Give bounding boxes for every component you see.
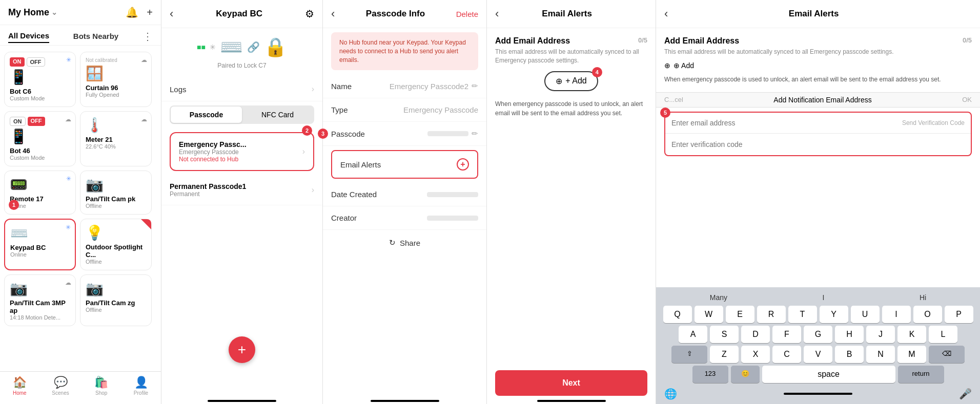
passcode-edit-icon[interactable]: ✏ (472, 129, 478, 138)
key-q[interactable]: Q (663, 306, 692, 323)
tab-menu-icon[interactable]: ⋮ (142, 30, 153, 42)
key-t[interactable]: T (788, 306, 817, 323)
emoji-key[interactable]: 😊 (731, 366, 760, 383)
key-o[interactable]: O (913, 306, 942, 323)
nav-shop[interactable]: 🛍️ Shop (94, 376, 108, 396)
toggle-on-46[interactable]: ON (10, 117, 26, 126)
key-b[interactable]: B (835, 346, 864, 363)
email-alerts2-header: ‹ Email Alerts (656, 0, 980, 28)
device-card-remote-17[interactable]: ✳ 📟 Remote 17 Online 1 (4, 171, 76, 215)
toggle-off[interactable]: OFF (27, 57, 45, 67)
key-e[interactable]: E (726, 306, 754, 323)
gear-icon[interactable]: ⚙ (305, 8, 314, 20)
key-y[interactable]: Y (820, 306, 848, 323)
key-m[interactable]: M (897, 346, 926, 363)
tab-passcode-button[interactable]: Passcode (171, 107, 242, 123)
key-u[interactable]: U (851, 306, 880, 323)
key-d[interactable]: D (741, 326, 770, 343)
tab-all-devices[interactable]: All Devices (8, 29, 49, 43)
verify-code-row[interactable] (665, 134, 971, 155)
wifi-icon-cam3mp: ☁ (65, 279, 71, 286)
logs-menu-item[interactable]: Logs › (161, 77, 322, 101)
suggestion-hi[interactable]: Hi (920, 293, 926, 302)
add-passcode-fab[interactable]: + (229, 336, 255, 363)
key-j[interactable]: J (866, 326, 895, 343)
key-p[interactable]: P (945, 306, 973, 323)
nav-scenes[interactable]: 💬 Scenes (52, 376, 69, 396)
key-c[interactable]: C (772, 346, 801, 363)
bell-button[interactable]: 🔔 (126, 6, 138, 18)
share-row[interactable]: ↻ Share (323, 230, 486, 256)
suggestion-many[interactable]: Many (710, 293, 727, 302)
email-alerts2-back-button[interactable]: ‹ (664, 7, 668, 20)
globe-key[interactable]: 🌐 (664, 388, 677, 400)
nav-home[interactable]: 🏠 Home (13, 376, 27, 396)
key-n[interactable]: N (866, 346, 895, 363)
device-card-cam-pk[interactable]: 📷 Pan/Tilt Cam pk Offline (80, 171, 152, 215)
device-card-cam-zg[interactable]: 📷 Pan/Tilt Cam zg Offline (80, 274, 152, 326)
nav-profile[interactable]: 👤 Profile (134, 376, 148, 396)
email-alerts-label: Email Alerts (340, 160, 381, 169)
key-s[interactable]: S (710, 326, 739, 343)
nav-profile-label: Profile (134, 390, 148, 396)
key-r[interactable]: R (757, 306, 786, 323)
edit-icon[interactable]: ✏ (472, 81, 478, 91)
key-w[interactable]: W (695, 306, 723, 323)
key-g[interactable]: G (804, 326, 832, 343)
cam-3mp-name: Pan/Tilt Cam 3MP ap (10, 299, 70, 314)
email-alerts-back-button[interactable]: ‹ (495, 7, 499, 20)
key-i[interactable]: I (882, 306, 911, 323)
device-list: ON OFF ✳ 📱 Bot C6 Custom Mode ☁ Not cali… (0, 46, 161, 371)
send-verify-button[interactable]: Send Verification Code (902, 119, 965, 126)
permanent-passcode-info: Permanent Passcode1 Permanent (170, 182, 246, 198)
add-button[interactable]: + (147, 7, 153, 18)
device-card-spotlight[interactable]: 💡 Outdoor Spotlight C... Offline (80, 219, 152, 270)
toggle-off-46[interactable]: OFF (28, 117, 45, 126)
permanent-passcode-item[interactable]: Permanent Passcode1 Permanent › (161, 175, 322, 205)
ok-label[interactable]: OK (962, 96, 972, 103)
tab-nfc-button[interactable]: NFC Card (242, 107, 313, 123)
email-alerts-row[interactable]: Email Alerts + (331, 150, 478, 179)
suggestion-i[interactable]: I (823, 293, 825, 302)
tab-bots-nearby[interactable]: Bots Nearby (73, 30, 118, 42)
cam-pk-icon: 📷 (86, 176, 146, 193)
space-key[interactable]: space (762, 366, 895, 383)
device-card-bot-c6[interactable]: ON OFF ✳ 📱 Bot C6 Custom Mode (4, 52, 76, 107)
cancel-label[interactable]: C...cel (664, 96, 683, 103)
email-alerts-plus-icon[interactable]: + (457, 158, 469, 171)
device-card-curtain-96[interactable]: ☁ Not calibrated 🪟 Curtain 96 Fully Open… (80, 52, 152, 107)
email-input-field[interactable] (671, 119, 902, 127)
keypad-back-button[interactable]: ‹ (170, 7, 173, 20)
device-card-bot-46[interactable]: ON OFF ☁ 📱 Bot 46 Custom Mode (4, 111, 76, 166)
shift-key[interactable]: ⇧ (671, 346, 707, 363)
step-3-badge: 3 (318, 129, 328, 139)
remote-17-icon: 📟 (10, 176, 70, 193)
meter-21-icon: 🌡️ (86, 117, 146, 134)
verify-code-input[interactable] (671, 140, 965, 148)
home-title-group[interactable]: My Home ⌄ (8, 7, 57, 18)
add-email-button[interactable]: ⊕ + Add 4 (544, 71, 598, 91)
add-email-button2[interactable]: ⊕ ⊕ Add (664, 61, 972, 70)
return-key[interactable]: return (898, 366, 944, 383)
key-v[interactable]: V (804, 346, 832, 363)
device-card-meter-21[interactable]: ☁ 🌡️ Meter 21 22.6°C 40% (80, 111, 152, 166)
key-a[interactable]: A (679, 326, 707, 343)
numbers-key[interactable]: 123 (692, 366, 728, 383)
email-input-row[interactable]: Send Verification Code (665, 113, 971, 134)
device-card-cam-3mp[interactable]: ☁ 📷 Pan/Tilt Cam 3MP ap 14:18 Motion Det… (4, 274, 76, 326)
key-f[interactable]: F (772, 326, 801, 343)
emergency-passcode-item[interactable]: Emergency Passc... Emergency Passcode No… (170, 132, 314, 171)
key-z[interactable]: Z (710, 346, 739, 363)
delete-button[interactable]: Delete (456, 10, 478, 18)
toggle-on[interactable]: ON (10, 57, 25, 67)
key-l[interactable]: L (929, 326, 957, 343)
key-x[interactable]: X (741, 346, 770, 363)
passcode-info-back-button[interactable]: ‹ (331, 7, 335, 20)
mic-key[interactable]: 🎤 (959, 388, 972, 400)
delete-key[interactable]: ⌫ (929, 346, 965, 363)
key-h[interactable]: H (835, 326, 864, 343)
device-card-keypad-bc[interactable]: ✳ ⌨️ Keypad BC Online (4, 219, 76, 270)
key-k[interactable]: K (897, 326, 926, 343)
step-4-badge: 4 (592, 67, 602, 77)
next-button[interactable]: Next (495, 370, 647, 396)
